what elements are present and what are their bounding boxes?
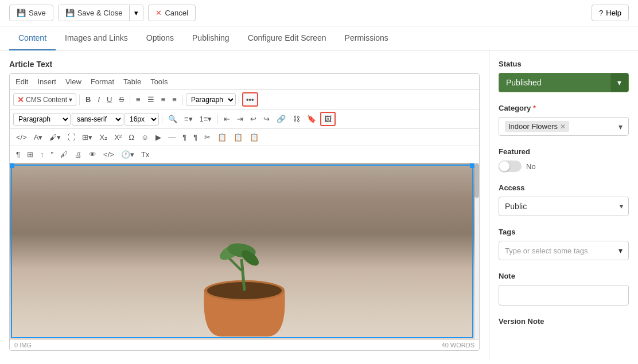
fullscreen-button[interactable]: ⛶ bbox=[65, 131, 78, 143]
help-button[interactable]: ? Help bbox=[592, 5, 629, 21]
save-close-button[interactable]: 💾 Save & Close bbox=[59, 5, 130, 21]
size-select[interactable]: 16px bbox=[125, 113, 159, 126]
featured-toggle[interactable] bbox=[499, 161, 522, 172]
access-select[interactable]: Public Registered Special bbox=[499, 197, 629, 216]
preview-button[interactable]: 👁 bbox=[86, 148, 99, 161]
bold-button[interactable]: B bbox=[83, 93, 94, 105]
code-button[interactable]: </> bbox=[13, 131, 30, 143]
footer-img-count: 0 IMG bbox=[14, 342, 32, 349]
time-button[interactable]: 🕐▾ bbox=[118, 148, 137, 161]
category-row[interactable]: Indoor Flowers ✕ ▾ bbox=[499, 117, 629, 136]
cancel-button[interactable]: ✕ Cancel bbox=[148, 5, 195, 21]
bookmark-button[interactable]: 🔖 bbox=[304, 113, 319, 125]
paragraph-select[interactable]: Paragraph bbox=[186, 93, 236, 106]
scrollbar-thumb[interactable] bbox=[474, 163, 479, 198]
scrollbar-track[interactable] bbox=[474, 163, 479, 339]
tags-chevron-icon: ▾ bbox=[618, 246, 623, 255]
handle-tr[interactable] bbox=[470, 163, 474, 168]
underline-button[interactable]: U bbox=[104, 93, 115, 105]
italic-button[interactable]: I bbox=[95, 93, 103, 105]
cancel-label: Cancel bbox=[165, 9, 188, 17]
category-remove-button[interactable]: ✕ bbox=[560, 123, 566, 131]
block-format-select[interactable]: Paragraph bbox=[13, 113, 71, 126]
quote-button[interactable]: " bbox=[48, 148, 56, 161]
note-section: Note bbox=[499, 272, 629, 306]
tab-configure-edit-screen[interactable]: Configure Edit Screen bbox=[239, 26, 336, 50]
paste-special-button[interactable]: 📋 bbox=[247, 131, 262, 143]
special-char-button[interactable]: Ω bbox=[126, 131, 137, 143]
cms-content-badge[interactable]: ✕ CMS Content ▾ bbox=[13, 93, 76, 106]
redo-button[interactable]: ↪ bbox=[260, 113, 273, 125]
table-button[interactable]: ⊞▾ bbox=[79, 131, 95, 143]
paste-button[interactable]: 📋 bbox=[231, 131, 246, 143]
cut-button[interactable]: ✂ bbox=[201, 131, 213, 143]
print-button[interactable]: 🖨 bbox=[72, 148, 85, 161]
outdent-button[interactable]: ⇤ bbox=[221, 113, 233, 125]
save-icon: 💾 bbox=[17, 9, 26, 17]
tab-publishing[interactable]: Publishing bbox=[183, 26, 239, 50]
tab-permissions[interactable]: Permissions bbox=[336, 26, 398, 50]
tab-options[interactable]: Options bbox=[137, 26, 183, 50]
editor-image-area bbox=[10, 163, 479, 339]
required-marker: * bbox=[533, 104, 536, 112]
menu-insert[interactable]: Insert bbox=[37, 77, 56, 86]
status-value[interactable]: Published bbox=[499, 73, 610, 92]
emoji-button[interactable]: ☺ bbox=[138, 131, 151, 143]
rtl-button[interactable]: ¶ bbox=[180, 131, 189, 143]
bg-color-button[interactable]: 🖌▾ bbox=[46, 131, 64, 143]
align-justify-button[interactable]: ≡ bbox=[169, 93, 180, 105]
handle-tl[interactable] bbox=[10, 163, 14, 168]
image-button[interactable]: 🖼 bbox=[320, 112, 336, 126]
note-input[interactable] bbox=[499, 285, 629, 306]
numbering-button[interactable]: 1≡▾ bbox=[197, 113, 215, 125]
link-button[interactable]: 🔗 bbox=[274, 113, 289, 125]
align-right-button[interactable]: ≡ bbox=[158, 93, 169, 105]
status-dropdown-button[interactable]: ▾ bbox=[610, 73, 629, 92]
stamp-button[interactable]: 🖋 bbox=[57, 148, 71, 161]
unlink-button[interactable]: ⛓ bbox=[290, 113, 303, 125]
align-left-button[interactable]: ≡ bbox=[133, 93, 143, 105]
clear-format-button[interactable]: Tx bbox=[138, 148, 152, 161]
tab-images-links[interactable]: Images and Links bbox=[56, 26, 137, 50]
strikethrough-button[interactable]: S bbox=[116, 93, 127, 105]
copy-button[interactable]: 📋 bbox=[215, 131, 229, 143]
tags-row[interactable]: Type or select some tags ▾ bbox=[499, 241, 629, 260]
tab-content[interactable]: Content bbox=[9, 26, 56, 50]
save-close-icon: 💾 bbox=[65, 9, 75, 17]
editor-body[interactable] bbox=[10, 163, 479, 339]
undo-button[interactable]: ↩ bbox=[247, 113, 259, 125]
editor-menubar: Edit Insert View Format Table Tools bbox=[10, 74, 479, 90]
content-area: Article Text Edit Insert View Format Tab… bbox=[0, 50, 489, 360]
menu-tools[interactable]: Tools bbox=[150, 77, 168, 86]
font-select[interactable]: sans-serif bbox=[72, 113, 123, 126]
media-button[interactable]: ▶ bbox=[153, 131, 164, 143]
menu-view[interactable]: View bbox=[65, 77, 81, 86]
category-value: Indoor Flowers bbox=[508, 122, 558, 131]
block-quote-button[interactable]: ¶ bbox=[13, 148, 23, 161]
font-color-button[interactable]: A▾ bbox=[31, 131, 46, 143]
bullets-button[interactable]: ≡▾ bbox=[181, 113, 196, 125]
save-close-dropdown-button[interactable]: ▾ bbox=[129, 5, 143, 21]
editor-footer: 0 IMG 40 WORDS bbox=[10, 339, 479, 350]
align-center-button[interactable]: ☰ bbox=[145, 93, 157, 105]
select-all-button[interactable]: ⊞ bbox=[24, 148, 36, 161]
save-button[interactable]: 💾 Save bbox=[9, 5, 53, 21]
search-button[interactable]: 🔍 bbox=[165, 113, 180, 125]
menu-edit[interactable]: Edit bbox=[15, 77, 28, 86]
cms-x-icon: ✕ bbox=[17, 95, 24, 104]
source-button[interactable]: </> bbox=[100, 148, 117, 161]
ltr-button[interactable]: ¶ bbox=[190, 131, 200, 143]
category-chevron-icon[interactable]: ▾ bbox=[618, 122, 623, 131]
indent-button[interactable]: ⇥ bbox=[234, 113, 246, 125]
subscript-button[interactable]: X₂ bbox=[96, 131, 110, 143]
separator-4 bbox=[239, 95, 239, 105]
menu-table[interactable]: Table bbox=[123, 77, 141, 86]
menu-format[interactable]: Format bbox=[91, 77, 114, 86]
status-label: Status bbox=[499, 60, 629, 68]
upload-button[interactable]: ↑ bbox=[37, 148, 47, 161]
more-options-button[interactable]: ••• bbox=[242, 92, 258, 107]
superscript-button[interactable]: X² bbox=[111, 131, 125, 143]
hr-button[interactable]: — bbox=[165, 131, 178, 143]
toolbar-row-2: Paragraph sans-serif 16px 🔍 ≡▾ 1≡▾ ⇤ ⇥ ↩… bbox=[10, 109, 479, 129]
tabs-bar: Content Images and Links Options Publish… bbox=[0, 26, 638, 50]
